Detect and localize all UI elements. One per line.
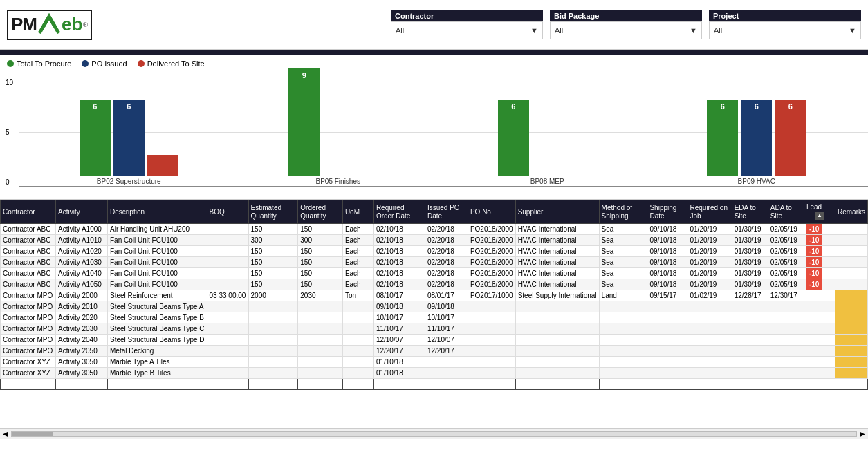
cell-1-8: 02/20/18 <box>425 235 468 246</box>
cell-10-2: Steel Structural Beams Type D <box>108 335 207 346</box>
cell-1-4: 300 <box>248 235 298 246</box>
cell-3-7: 02/10/18 <box>373 257 425 268</box>
cell-4-11: Sea <box>599 268 647 279</box>
cell-0-6: Each <box>342 224 373 235</box>
cell-9-12 <box>647 323 687 335</box>
filter-group-0: Contractor All ▼ <box>391 10 543 39</box>
cell-3-2: Fan Coil Unit FCU100 <box>108 257 207 268</box>
cell-7-16 <box>804 301 835 312</box>
cell-4-12: 09/10/18 <box>647 268 687 279</box>
table-row: Contractor ABCActivity A1040Fan Coil Uni… <box>1 268 868 279</box>
cell-6-13: 01/02/19 <box>687 290 732 301</box>
chart-area: 10 5 0 66BP02 Superstructure9BP05 Finish… <box>0 72 868 200</box>
cell-5-1: Activity A1050 <box>56 279 108 290</box>
filter-select-1[interactable]: All ▼ <box>550 21 702 39</box>
cell-7-4 <box>248 301 298 312</box>
cell-9-7: 11/10/17 <box>373 323 425 335</box>
y-label-5: 5 <box>6 129 13 136</box>
filter-select-2[interactable]: All ▼ <box>709 21 861 39</box>
cell-10-12 <box>647 335 687 346</box>
cell-0-15: 02/05/19 <box>768 224 804 235</box>
cell-6-2: Steel Reinforcement <box>108 290 207 301</box>
cell-2-9: PO2018/2000 <box>468 246 515 257</box>
cell-3-13: 01/20/19 <box>687 257 732 268</box>
scroll-left-icon[interactable]: ◀ <box>3 430 8 438</box>
cell-13-8 <box>425 368 468 379</box>
lead-badge-3: -10 <box>806 257 822 267</box>
cell-2-17 <box>835 246 867 257</box>
cell-8-2: Steel Structural Beams Type B <box>108 312 207 323</box>
bar-3-0: 6 <box>707 100 738 176</box>
cell-4-17 <box>835 268 867 279</box>
total-cell-3 <box>207 379 248 390</box>
cell-1-17 <box>835 235 867 246</box>
cell-2-8: 02/20/18 <box>425 246 468 257</box>
cell-5-16: -10 <box>804 279 835 290</box>
cell-12-16 <box>804 357 835 368</box>
cell-13-2: Marble Type B Tiles <box>108 368 207 379</box>
col-header-10: Supplier <box>515 200 599 224</box>
legend-item-2: Delivered To Site <box>138 59 205 68</box>
cell-8-3 <box>207 312 248 323</box>
cell-13-13 <box>687 368 732 379</box>
cell-3-5: 150 <box>298 257 343 268</box>
cell-10-14 <box>732 335 768 346</box>
cell-4-14: 01/30/19 <box>732 268 768 279</box>
cell-12-7: 01/10/18 <box>373 357 425 368</box>
cell-12-5 <box>298 357 343 368</box>
filter-select-0[interactable]: All ▼ <box>391 21 543 39</box>
cell-3-1: Activity A1030 <box>56 257 108 268</box>
cell-0-10: HVAC International <box>515 224 599 235</box>
cell-2-16: -10 <box>804 246 835 257</box>
col-header-4: Estimated Quantity <box>248 200 298 224</box>
cell-5-3 <box>207 279 248 290</box>
cell-7-13 <box>687 301 732 312</box>
col-header-16: Lead▲ <box>804 200 835 224</box>
table-row: Contractor MPOActivity 2000Steel Reinfor… <box>1 290 868 301</box>
cell-9-3 <box>207 323 248 335</box>
cell-10-8: 12/10/07 <box>425 335 468 346</box>
chart-group-label-1: BP05 Finishes <box>316 178 360 185</box>
cell-6-0: Contractor MPO <box>1 290 56 301</box>
cell-11-12 <box>647 346 687 357</box>
cell-8-12 <box>647 312 687 323</box>
cell-9-2: Steel Structural Beams Type C <box>108 323 207 335</box>
cell-0-7: 02/10/18 <box>373 224 425 235</box>
cell-0-14: 01/30/19 <box>732 224 768 235</box>
data-table-container[interactable]: ContractorActivityDescriptionBOQEstimate… <box>0 200 868 428</box>
cell-8-4 <box>248 312 298 323</box>
cell-10-0: Contractor MPO <box>1 335 56 346</box>
scroll-right-icon[interactable]: ▶ <box>860 430 865 438</box>
cell-10-11 <box>599 335 647 346</box>
cell-11-1: Activity 2050 <box>56 346 108 357</box>
total-cell-12 <box>647 379 687 390</box>
cell-8-5 <box>298 312 343 323</box>
cell-5-12: 09/10/18 <box>647 279 687 290</box>
col-header-9: PO No. <box>468 200 515 224</box>
legend-item-1: PO Issued <box>82 59 127 68</box>
cell-1-2: Fan Coil Unit FCU100 <box>108 235 207 246</box>
cell-10-7: 12/10/07 <box>373 335 425 346</box>
cell-7-10 <box>515 301 599 312</box>
cell-7-5 <box>298 301 343 312</box>
cell-11-5 <box>298 346 343 357</box>
cell-11-2: Metal Decking <box>108 346 207 357</box>
cell-13-3 <box>207 368 248 379</box>
cell-9-11 <box>599 323 647 335</box>
cell-6-9: PO2017/1000 <box>468 290 515 301</box>
cell-7-9 <box>468 301 515 312</box>
cell-3-14: 01/30/19 <box>732 257 768 268</box>
cell-8-14 <box>732 312 768 323</box>
cell-1-6: Each <box>342 235 373 246</box>
footer-scroll: ◀ ▶ <box>0 428 868 439</box>
table-row: Contractor XYZActivity 3050Marble Type A… <box>1 357 868 368</box>
cell-8-17 <box>835 312 867 323</box>
total-cell-8 <box>425 379 468 390</box>
cell-0-11: Sea <box>599 224 647 235</box>
chart-group-label-2: BP08 MEP <box>530 178 564 185</box>
lead-sort-icon[interactable]: ▲ <box>815 212 824 220</box>
cell-12-14 <box>732 357 768 368</box>
total-cell-17 <box>835 379 867 390</box>
cell-12-13 <box>687 357 732 368</box>
bar-value-2-0: 6 <box>511 100 515 111</box>
